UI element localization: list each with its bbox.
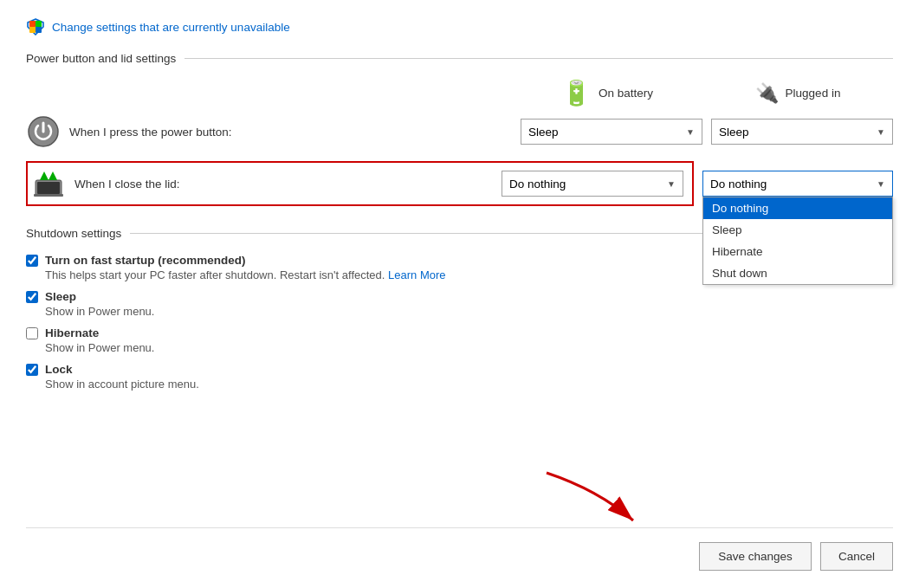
power-button-pluggedin-dropdown[interactable]: Sleep ▼: [711, 119, 893, 145]
learn-more-link[interactable]: Learn More: [388, 268, 445, 281]
hibernate-checkbox[interactable]: [26, 327, 38, 339]
plug-icon: 🔌: [755, 82, 779, 105]
svg-marker-11: [49, 171, 57, 180]
svg-marker-10: [40, 171, 49, 180]
dropdown-item-sleep[interactable]: Sleep: [703, 219, 892, 241]
lid-row-highlighted: When I close the lid: Do nothing ▼: [26, 161, 694, 206]
power-button-section-header: Power button and lid settings: [26, 52, 893, 65]
fast-startup-checkbox[interactable]: [26, 255, 38, 267]
footer-spacer: [26, 413, 893, 519]
hibernate-checkbox-row: Hibernate: [26, 326, 893, 339]
lid-pluggedin-value: Do nothing: [710, 178, 767, 191]
lock-label[interactable]: Lock: [45, 363, 73, 376]
power-button-section-label: Power button and lid settings: [26, 52, 176, 65]
power-button-label: When I press the power button:: [69, 126, 521, 139]
power-button-dropdowns: Sleep ▼ Sleep ▼: [521, 119, 893, 145]
hibernate-desc: Show in Power menu.: [45, 341, 893, 354]
lid-row: When I close the lid: Do nothing ▼ Do no…: [26, 161, 893, 206]
sleep-desc: Show in Power menu.: [45, 305, 893, 318]
lock-row: Lock Show in account picture menu.: [26, 363, 893, 391]
power-button-icon: [28, 116, 59, 147]
battery-icon: 🔋: [561, 79, 592, 107]
power-button-battery-value: Sleep: [528, 126, 559, 139]
sleep-label[interactable]: Sleep: [45, 290, 76, 303]
lid-icon: [32, 168, 65, 199]
plugged-in-label: Plugged in: [786, 87, 841, 100]
power-button-icon-container: [26, 114, 61, 149]
dropdown-arrow-3: ▼: [667, 179, 676, 189]
lock-desc: Show in account picture menu.: [45, 378, 893, 391]
svg-rect-9: [34, 194, 63, 197]
lid-pluggedin-dropdown-wrapper: Do nothing ▼ Do nothing Sleep Hibernate …: [702, 171, 893, 197]
sleep-checkbox-row: Sleep: [26, 290, 893, 303]
section-divider-line: [184, 58, 893, 59]
on-battery-label: On battery: [599, 87, 653, 100]
sleep-checkbox[interactable]: [26, 291, 38, 303]
lid-icon-container: [31, 166, 66, 201]
dropdown-arrow-1: ▼: [686, 127, 695, 137]
lid-on-battery-dropdown[interactable]: Do nothing ▼: [502, 171, 683, 197]
fast-startup-label[interactable]: Turn on fast startup (recommended): [45, 254, 246, 267]
column-headers: 🔋 On battery 🔌 Plugged in: [26, 79, 893, 107]
plugged-in-header: 🔌 Plugged in: [702, 79, 893, 107]
main-window: Change settings that are currently unava…: [0, 0, 919, 588]
shutdown-section-label: Shutdown settings: [26, 227, 121, 240]
lid-dropdowns: Do nothing ▼: [502, 171, 683, 197]
svg-rect-4: [29, 21, 36, 27]
dropdown-arrow-4: ▼: [877, 179, 885, 189]
change-settings-link[interactable]: Change settings that are currently unava…: [52, 21, 290, 34]
lid-battery-value: Do nothing: [509, 178, 566, 191]
lid-label: When I close the lid:: [74, 178, 502, 191]
power-button-on-battery-dropdown[interactable]: Sleep ▼: [521, 119, 702, 145]
shield-icon: [26, 17, 45, 36]
lid-pluggedin-dropdown[interactable]: Do nothing ▼: [702, 171, 893, 197]
dropdown-arrow-2: ▼: [877, 127, 885, 137]
change-settings-row: Change settings that are currently unava…: [26, 17, 893, 36]
hibernate-label[interactable]: Hibernate: [45, 326, 99, 339]
fast-startup-desc-text: This helps start your PC faster after sh…: [45, 268, 385, 281]
lock-checkbox-row: Lock: [26, 363, 893, 376]
on-battery-header: 🔋 On battery: [512, 79, 702, 107]
svg-rect-5: [36, 21, 42, 27]
footer: Save changes Cancel: [26, 527, 893, 571]
svg-rect-8: [37, 182, 60, 194]
hibernate-row: Hibernate Show in Power menu.: [26, 326, 893, 354]
dropdown-item-do-nothing[interactable]: Do nothing: [703, 197, 892, 219]
lid-dropdown-menu: Do nothing Sleep Hibernate Shut down: [702, 197, 893, 285]
dropdown-item-shut-down[interactable]: Shut down: [703, 262, 892, 284]
power-button-pluggedin-value: Sleep: [719, 126, 749, 139]
lock-checkbox[interactable]: [26, 364, 38, 376]
power-button-row: When I press the power button: Sleep ▼ S…: [26, 114, 893, 149]
cancel-button[interactable]: Cancel: [820, 542, 893, 571]
dropdown-item-hibernate[interactable]: Hibernate: [703, 241, 892, 262]
save-changes-button[interactable]: Save changes: [699, 542, 812, 571]
sleep-row: Sleep Show in Power menu.: [26, 290, 893, 318]
